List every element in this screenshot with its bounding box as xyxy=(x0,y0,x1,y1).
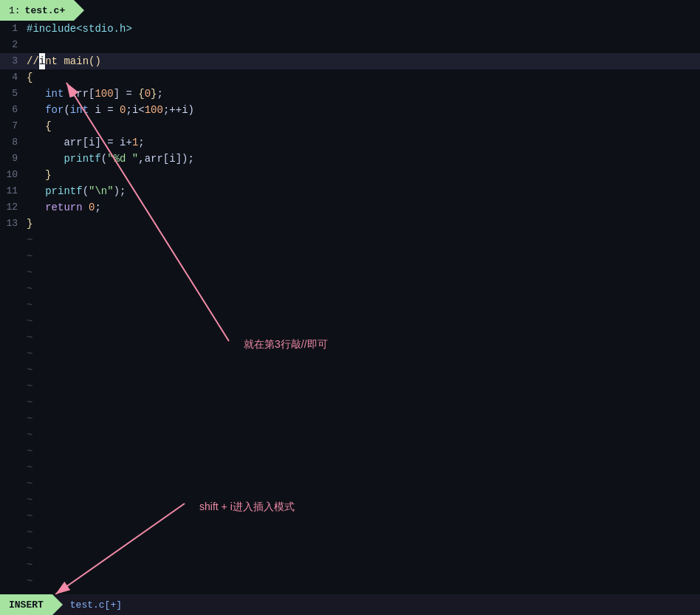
tilde-line-10: ~ xyxy=(0,394,700,410)
comment-text: nt main() xyxy=(45,55,101,67)
line-number-6: 6 xyxy=(0,102,24,118)
line-number-12: 12 xyxy=(0,199,24,216)
tilde-line-4: ~ xyxy=(0,297,700,313)
brace-13: } xyxy=(27,218,32,230)
code-line-12: 12 return 0; xyxy=(0,199,700,216)
tilde-char-13: ~ xyxy=(24,443,32,459)
tilde-line-6: ~ xyxy=(0,329,700,346)
code-line-3: 3 //int main() xyxy=(0,53,700,69)
tilde-char-6: ~ xyxy=(24,329,32,346)
num-100: 100 xyxy=(95,88,113,100)
tilde-char-4: ~ xyxy=(24,297,32,313)
code-line-6: 6 for(int i = 0;i<100;++i) xyxy=(0,102,700,118)
int-keyword-6: int xyxy=(70,104,89,116)
line-content-13: } xyxy=(24,216,700,232)
line-content-1: #include<stdio.h> xyxy=(24,21,700,37)
line-content-5: int arr[100] = {0}; xyxy=(24,86,700,102)
line-content-6: for(int i = 0;i<100;++i) xyxy=(24,102,700,118)
code-line-7: 7 { xyxy=(0,118,700,134)
code-editor[interactable]: 1 #include<stdio.h> 2 3 //int main() 4 {… xyxy=(0,21,700,615)
line-number-3: 3 xyxy=(0,53,24,69)
line-content-9: printf("%d ",arr[i]); xyxy=(24,151,700,167)
for-keyword: for xyxy=(45,104,64,116)
tilde-line-0: ~ xyxy=(0,232,700,248)
printf-11: printf xyxy=(45,185,82,197)
tilde-char-20: ~ xyxy=(24,557,32,573)
active-tab[interactable]: 1: test.c+ xyxy=(0,0,74,21)
tilde-char-7: ~ xyxy=(24,346,32,362)
mode-indicator: INSERT xyxy=(0,594,52,615)
tilde-line-19: ~ xyxy=(0,540,700,557)
tilde-line-12: ~ xyxy=(0,427,700,443)
tab-name: test.c+ xyxy=(25,5,66,16)
tilde-char-2: ~ xyxy=(24,264,32,281)
tilde-line-21: ~ xyxy=(0,573,700,589)
tilde-line-3: ~ xyxy=(0,281,700,297)
line-content-10: } xyxy=(24,167,700,183)
code-line-2: 2 xyxy=(0,37,700,53)
tilde-line-17: ~ xyxy=(0,508,700,524)
tilde-char-11: ~ xyxy=(24,410,32,427)
tilde-line-20: ~ xyxy=(0,557,700,573)
mode-arrow xyxy=(52,594,63,615)
line-number-5: 5 xyxy=(0,86,24,102)
tilde-line-11: ~ xyxy=(0,410,700,427)
open-brace: { xyxy=(27,72,32,83)
line-content-7: { xyxy=(24,118,700,134)
line-number-7: 7 xyxy=(0,118,24,134)
line-content-4: { xyxy=(24,69,700,86)
tilde-char-0: ~ xyxy=(24,232,32,248)
line-number-8: 8 xyxy=(0,134,24,151)
tilde-line-1: ~ xyxy=(0,248,700,264)
tilde-line-18: ~ xyxy=(0,524,700,540)
tilde-char-21: ~ xyxy=(24,573,32,589)
status-bar: INSERT test.c[+] xyxy=(0,594,700,615)
line-number-10: 10 xyxy=(0,167,24,183)
line-content-11: printf("\n"); xyxy=(24,183,700,199)
return-keyword: return xyxy=(45,202,82,213)
line-number-1: 1 xyxy=(0,21,24,37)
tilde-line-15: ~ xyxy=(0,475,700,492)
tilde-line-2: ~ xyxy=(0,264,700,281)
cursor: i xyxy=(39,53,45,69)
tilde-line-7: ~ xyxy=(0,346,700,362)
code-line-8: 8 arr[i] = i+1; xyxy=(0,134,700,151)
tilde-line-8: ~ xyxy=(0,362,700,378)
tilde-line-16: ~ xyxy=(0,492,700,508)
tilde-char-19: ~ xyxy=(24,540,32,557)
tilde-char-15: ~ xyxy=(24,475,32,492)
comment-slashes: // xyxy=(27,55,39,67)
code-line-9: 9 printf("%d ",arr[i]); xyxy=(0,151,700,167)
tilde-line-5: ~ xyxy=(0,313,700,329)
line-content-8: arr[i] = i+1; xyxy=(24,134,700,151)
brace-7: { xyxy=(45,120,51,132)
tilde-char-3: ~ xyxy=(24,281,32,297)
code-line-4: 4 { xyxy=(0,69,700,86)
printf-9: printf xyxy=(64,153,100,165)
code-line-1: 1 #include<stdio.h> xyxy=(0,21,700,37)
tilde-char-18: ~ xyxy=(24,524,32,540)
code-line-11: 11 printf("\n"); xyxy=(0,183,700,199)
tilde-char-12: ~ xyxy=(24,427,32,443)
tab-arrow-decoration xyxy=(74,0,84,21)
tilde-char-16: ~ xyxy=(24,492,32,508)
brace-10: } xyxy=(45,169,51,181)
include-keyword: #include<stdio.h> xyxy=(27,23,132,35)
tilde-line-9: ~ xyxy=(0,378,700,394)
int-keyword-5: int xyxy=(45,88,64,100)
line-content-3: //int main() xyxy=(24,53,700,69)
arr-var: arr[ xyxy=(70,88,95,100)
tilde-char-9: ~ xyxy=(24,378,32,394)
tilde-line-14: ~ xyxy=(0,459,700,475)
line-number-2: 2 xyxy=(0,37,24,53)
tab-num: 1: xyxy=(9,5,21,16)
tab-bar: 1: test.c+ xyxy=(0,0,700,21)
tilde-char-5: ~ xyxy=(24,313,32,329)
code-line-5: 5 int arr[100] = {0}; xyxy=(0,86,700,102)
tilde-char-1: ~ xyxy=(24,248,32,264)
code-line-10: 10 } xyxy=(0,167,700,183)
tilde-char-14: ~ xyxy=(24,459,32,475)
line-number-13: 13 xyxy=(0,216,24,232)
mode-label: INSERT xyxy=(9,599,44,611)
line-number-11: 11 xyxy=(0,183,24,199)
